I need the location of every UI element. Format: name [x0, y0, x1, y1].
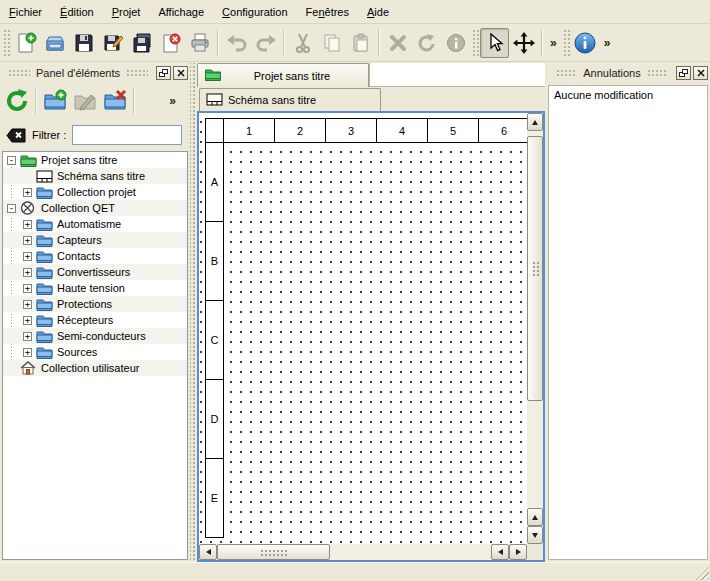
edit-category-button[interactable]	[70, 86, 100, 116]
schema-tab-label: Schéma sans titre	[228, 94, 316, 106]
tab-schema-sans-titre[interactable]: Schéma sans titre	[199, 88, 381, 111]
menu-aide[interactable]: Aide	[358, 0, 398, 23]
expander-icon[interactable]: -	[7, 204, 16, 213]
dock-close-button[interactable]	[693, 66, 708, 80]
dock-close-button[interactable]	[173, 66, 188, 80]
expander-icon[interactable]: +	[23, 316, 32, 325]
open-file-button[interactable]	[40, 28, 69, 58]
menu-projet[interactable]: Projet	[103, 0, 150, 23]
toolbar-handle[interactable]	[562, 28, 570, 58]
tree-item-collection-qet[interactable]: - Collection QET	[3, 200, 187, 216]
elements-panel-dock: Panel d'éléments	[0, 63, 190, 562]
save-all-button[interactable]	[127, 28, 156, 58]
copy-button[interactable]	[317, 28, 346, 58]
undo-panel-titlebar[interactable]: Annulations	[548, 63, 710, 83]
folder-plus-icon	[43, 89, 67, 113]
toolbar-handle[interactable]	[471, 28, 479, 58]
vertical-scrollbar[interactable]	[527, 113, 543, 544]
new-category-button[interactable]	[40, 86, 70, 116]
expander-icon[interactable]: +	[23, 300, 32, 309]
resize-grip[interactable]	[695, 566, 709, 580]
filter-label: Filtrer :	[32, 129, 66, 141]
tree-item-recepteurs[interactable]: + Récepteurs	[3, 312, 187, 328]
expander-icon[interactable]: +	[23, 220, 32, 229]
menu-configuration[interactable]: Configuration	[213, 0, 296, 23]
expander-icon[interactable]: +	[23, 252, 32, 261]
panel-overflow-chevron[interactable]: »	[165, 94, 180, 108]
menu-edition[interactable]: Édition	[51, 0, 103, 23]
dock-float-button[interactable]	[156, 66, 171, 80]
scroll-left-button-2[interactable]	[491, 544, 509, 560]
blue-folder-icon	[36, 218, 54, 231]
tree-item-collection-utilisateur[interactable]: Collection utilisateur	[3, 360, 187, 376]
toolbar-overflow-chevron[interactable]: »	[546, 36, 561, 50]
scroll-left-button[interactable]	[199, 544, 217, 560]
menu-affichage[interactable]: Affichage	[149, 0, 213, 23]
main-toolbar: » »	[0, 24, 710, 62]
filter-input[interactable]	[72, 125, 182, 145]
undo-history-list[interactable]: Aucune modification	[548, 85, 708, 560]
tree-item-capteurs[interactable]: + Capteurs	[3, 232, 187, 248]
selection-mode-button[interactable]	[480, 28, 509, 58]
tree-item-convertisseurs[interactable]: + Convertisseurs	[3, 264, 187, 280]
new-file-button[interactable]	[11, 28, 40, 58]
scroll-up-button-2[interactable]	[527, 508, 543, 526]
undo-button[interactable]	[222, 28, 251, 58]
arrow-down-icon	[532, 533, 538, 538]
undo-list-item[interactable]: Aucune modification	[549, 86, 707, 104]
arrow-left-icon	[206, 549, 211, 555]
tree-item-semi-conducteurs[interactable]: + Semi-conducteurs	[3, 328, 187, 344]
clear-filter-icon[interactable]	[6, 128, 26, 143]
filter-row: Filtrer :	[0, 119, 190, 151]
horizontal-scroll-thumb[interactable]	[217, 544, 330, 560]
tree-item-protections[interactable]: + Protections	[3, 296, 187, 312]
save-as-button[interactable]	[98, 28, 127, 58]
expander-icon[interactable]: -	[7, 156, 16, 165]
tree-item-schema-sans-titre[interactable]: Schéma sans titre	[3, 168, 187, 184]
schema-view[interactable]: 1 2 3 4 5 6 A B C D E	[197, 111, 545, 562]
expander-icon[interactable]: +	[23, 348, 32, 357]
tree-item-projet-sans-titre[interactable]: - Projet sans titre	[3, 152, 187, 168]
properties-button[interactable]	[441, 28, 470, 58]
redo-button[interactable]	[251, 28, 280, 58]
expander-icon[interactable]: +	[23, 284, 32, 293]
reload-collections-button[interactable]	[2, 86, 32, 116]
blue-folder-icon	[36, 330, 54, 343]
move-cross-icon	[513, 32, 535, 54]
tree-item-automatisme[interactable]: + Automatisme	[3, 216, 187, 232]
tree-item-contacts[interactable]: + Contacts	[3, 248, 187, 264]
tree-item-sources[interactable]: + Sources	[3, 344, 187, 360]
pan-mode-button[interactable]	[509, 28, 538, 58]
splitter-handle[interactable]	[190, 63, 197, 562]
expander-icon[interactable]: +	[23, 268, 32, 277]
close-file-button[interactable]	[156, 28, 185, 58]
delete-button[interactable]	[383, 28, 412, 58]
information-button[interactable]	[571, 28, 600, 58]
toolbar-handle[interactable]	[2, 28, 10, 58]
toolbar-overflow-chevron[interactable]: »	[600, 36, 615, 50]
save-button[interactable]	[69, 28, 98, 58]
dock-float-button[interactable]	[676, 66, 691, 80]
expander-icon[interactable]: +	[23, 236, 32, 245]
print-button[interactable]	[185, 28, 214, 58]
scroll-down-button[interactable]	[527, 526, 543, 544]
arrow-up-icon	[532, 120, 538, 125]
vertical-scroll-thumb[interactable]	[527, 136, 543, 401]
tree-item-collection-projet[interactable]: + Collection projet	[3, 184, 187, 200]
scroll-up-button[interactable]	[527, 113, 543, 131]
scroll-right-button[interactable]	[509, 544, 527, 560]
expander-icon[interactable]: +	[23, 188, 32, 197]
elements-panel-titlebar[interactable]: Panel d'éléments	[0, 63, 190, 83]
menu-fenetres[interactable]: Fenêtres	[297, 0, 358, 23]
schema-canvas[interactable]: 1 2 3 4 5 6 A B C D E	[199, 113, 527, 544]
paste-button[interactable]	[346, 28, 375, 58]
tree-item-haute-tension[interactable]: + Haute tension	[3, 280, 187, 296]
tab-projet-sans-titre[interactable]: Projet sans titre	[197, 63, 369, 87]
menu-fichier[interactable]: Fichier	[0, 0, 51, 23]
expander-icon[interactable]: +	[23, 332, 32, 341]
cut-button[interactable]	[288, 28, 317, 58]
rotate-button[interactable]	[412, 28, 441, 58]
delete-category-button[interactable]	[100, 86, 130, 116]
horizontal-scrollbar[interactable]	[199, 544, 527, 560]
close-file-icon	[160, 32, 182, 54]
